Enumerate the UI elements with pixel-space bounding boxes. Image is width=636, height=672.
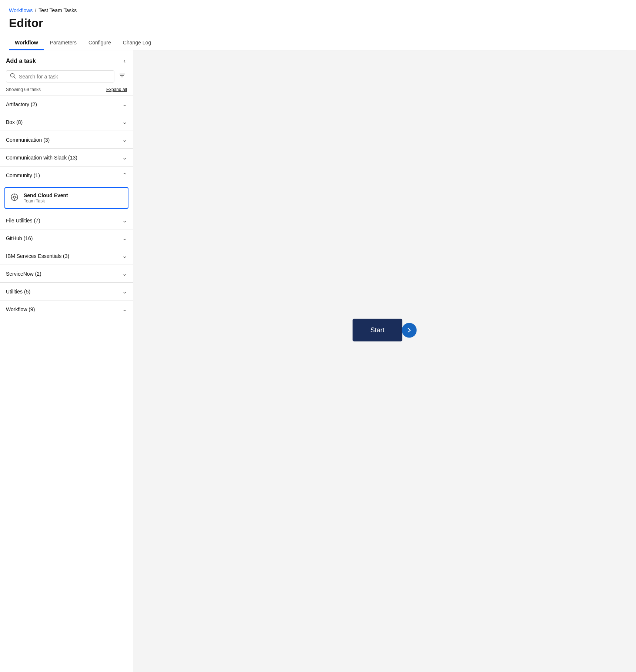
category-box[interactable]: Box (8) ⌄ [0,113,133,131]
collapse-sidebar-icon[interactable]: ‹ [122,56,127,66]
breadcrumb-current: Test Team Tasks [39,7,77,13]
sidebar-title: Add a task [6,58,36,64]
svg-line-1 [14,77,16,78]
sidebar: Add a task ‹ [0,50,133,672]
task-icon [10,193,19,203]
search-row [0,70,133,85]
task-name: Send Cloud Event [24,192,68,198]
task-subtitle: Team Task [24,198,68,204]
chevron-down-icon: ⌄ [122,235,127,242]
category-artifactory[interactable]: Artifactory (2) ⌄ [0,95,133,113]
chevron-down-icon: ⌄ [122,270,127,277]
chevron-down-icon: ⌄ [122,252,127,259]
main-layout: Add a task ‹ [0,50,636,672]
header-area: Workflows / Test Team Tasks Editor Workf… [0,0,636,50]
task-count: Showing 69 tasks [6,87,41,92]
task-count-row: Showing 69 tasks Expand all [0,85,133,95]
search-input-wrapper [6,70,114,83]
category-community[interactable]: Community (1) ⌃ [0,167,133,184]
chevron-down-icon: ⌄ [122,136,127,143]
chevron-down-icon: ⌄ [122,288,127,295]
search-icon [10,73,16,80]
tab-workflow[interactable]: Workflow [9,36,44,50]
page-title: Editor [9,16,627,30]
tab-parameters[interactable]: Parameters [44,36,83,50]
category-github[interactable]: GitHub (16) ⌄ [0,229,133,247]
start-box[interactable]: Start [352,319,402,342]
chevron-down-icon: ⌄ [122,101,127,108]
svg-point-6 [13,196,16,198]
category-utilities[interactable]: Utilities (5) ⌄ [0,283,133,300]
chevron-down-icon: ⌄ [122,306,127,313]
tabs-bar: Workflow Parameters Configure Change Log [9,36,627,50]
breadcrumb-link[interactable]: Workflows [9,7,33,13]
start-node: Start [352,319,416,342]
category-workflow[interactable]: Workflow (9) ⌄ [0,300,133,318]
tab-changelog[interactable]: Change Log [117,36,157,50]
chevron-down-icon: ⌄ [122,217,127,224]
tab-configure[interactable]: Configure [83,36,117,50]
canvas-area: Start [133,50,636,672]
breadcrumb: Workflows / Test Team Tasks [9,7,627,13]
search-input[interactable] [19,74,110,80]
expand-all-button[interactable]: Expand all [106,87,127,92]
category-servicenow[interactable]: ServiceNow (2) ⌄ [0,265,133,283]
category-communication[interactable]: Communication (3) ⌄ [0,131,133,149]
task-card-send-cloud-event[interactable]: Send Cloud Event Team Task [4,187,128,209]
app-container: Workflows / Test Team Tasks Editor Workf… [0,0,636,672]
chevron-down-icon: ⌄ [122,118,127,125]
chevron-down-icon: ⌄ [122,154,127,161]
task-info: Send Cloud Event Team Task [24,192,68,204]
chevron-up-icon: ⌃ [122,172,127,179]
category-ibm-services[interactable]: IBM Services Essentials (3) ⌄ [0,247,133,265]
filter-icon[interactable] [117,71,127,82]
category-file-utilities[interactable]: File Utilities (7) ⌄ [0,212,133,229]
sidebar-header: Add a task ‹ [0,50,133,70]
category-communication-slack[interactable]: Communication with Slack (13) ⌄ [0,149,133,167]
start-arrow-button[interactable] [402,323,417,337]
breadcrumb-separator: / [35,7,36,13]
